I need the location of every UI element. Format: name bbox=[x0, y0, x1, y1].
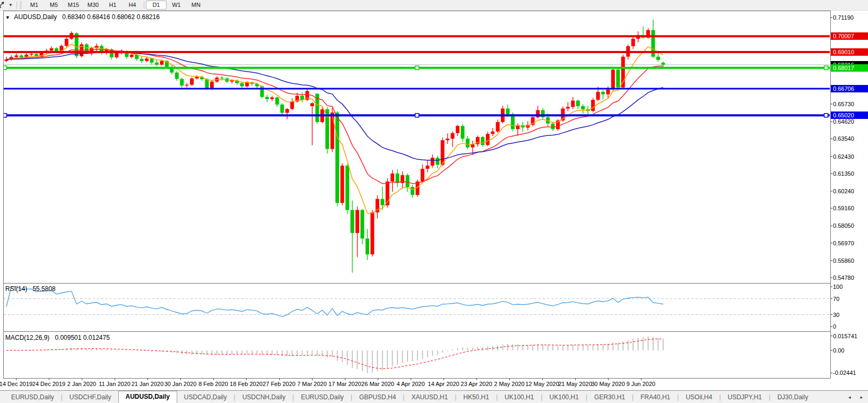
chart-tab-uk100-h1[interactable]: UK100,H1 bbox=[498, 391, 541, 403]
candles-series bbox=[5, 19, 665, 272]
candle bbox=[581, 104, 585, 114]
candle bbox=[551, 122, 555, 131]
tab-scroll-arrows: ◂ ▸ bbox=[848, 391, 863, 403]
rsi-line bbox=[6, 287, 663, 316]
line-drag-handle[interactable] bbox=[824, 114, 828, 117]
candle bbox=[275, 97, 279, 107]
chart-tab-gbpusd-h4[interactable]: GBPUSD,H4 bbox=[352, 391, 403, 403]
date-axis-label: 2 May 2020 bbox=[494, 381, 524, 387]
candle bbox=[521, 122, 525, 132]
candle bbox=[280, 104, 284, 115]
line-drag-handle[interactable] bbox=[415, 66, 419, 70]
candle bbox=[335, 112, 339, 207]
chart-tab-xauusd-h1[interactable]: XAUUSD,H1 bbox=[404, 391, 455, 403]
candle bbox=[265, 95, 269, 102]
chart-tab-eurusd-daily[interactable]: EURUSD,Daily bbox=[294, 391, 351, 403]
date-axis-label: 11 Jan 2020 bbox=[99, 381, 131, 387]
candle bbox=[631, 37, 635, 49]
candle bbox=[285, 108, 289, 119]
price-tick-label: 0.61350 bbox=[833, 170, 854, 177]
candle bbox=[170, 65, 173, 74]
ma-fast-line bbox=[6, 44, 663, 213]
candle bbox=[360, 209, 364, 244]
date-axis-label: 9 Jun 2020 bbox=[627, 381, 655, 387]
macd-histogram bbox=[6, 337, 663, 373]
candle bbox=[411, 185, 414, 198]
rsi-current-value: 55.5808 bbox=[32, 285, 55, 293]
line-drag-handle[interactable] bbox=[415, 114, 419, 117]
tab-scroll-right-icon[interactable]: ▸ bbox=[860, 395, 863, 400]
candle bbox=[185, 83, 189, 88]
candle bbox=[491, 128, 494, 136]
candle bbox=[601, 90, 605, 100]
candle bbox=[476, 135, 480, 147]
rsi-tick-label: 30 bbox=[833, 312, 839, 318]
chart-tab-usdcnh-daily[interactable]: USDCNH,Daily bbox=[236, 391, 292, 403]
symbol-period-label: AUDUSD,Daily bbox=[14, 13, 57, 21]
chart-title: ▼ AUDUSD,Daily 0.68340 0.68416 0.68062 0… bbox=[5, 13, 160, 21]
ohlc-values: 0.68340 0.68416 0.68062 0.68216 bbox=[62, 13, 160, 21]
candle bbox=[566, 102, 570, 112]
chart-tab-ger30-h1[interactable]: GER30,H1 bbox=[587, 391, 632, 403]
chart-menu-icon[interactable]: ▼ bbox=[5, 15, 10, 20]
axis-tick-marks bbox=[16, 18, 833, 380]
chart-tab-usoil-h4[interactable]: USOil,H4 bbox=[679, 391, 719, 403]
price-tick-label: 0.56970 bbox=[833, 240, 854, 246]
candle bbox=[611, 68, 615, 91]
candle bbox=[390, 170, 394, 192]
mt4-window: ▼ M1M5M15M30H1H4D1W1MN ▼ AUDUSD,Daily 0.… bbox=[0, 0, 868, 403]
chart-tab-usdcad-daily[interactable]: USDCAD,Daily bbox=[177, 391, 234, 403]
candle bbox=[421, 165, 424, 183]
candle bbox=[140, 57, 144, 63]
date-axis-label: 17 Mar 2020 bbox=[328, 381, 361, 387]
candle bbox=[656, 53, 660, 62]
candle bbox=[456, 125, 459, 136]
chart-tab-eurusd-daily[interactable]: EURUSD,Daily bbox=[4, 391, 61, 403]
candle bbox=[270, 96, 274, 101]
hline-price-badge: 0.66706 bbox=[831, 85, 868, 92]
candle bbox=[481, 136, 484, 147]
chart-tab-usdjpy-h1[interactable]: USDJPY,H1 bbox=[721, 391, 769, 403]
candle bbox=[616, 68, 620, 90]
chart-tab-fra40-h1[interactable]: FRA40,H1 bbox=[633, 391, 677, 403]
candle bbox=[355, 207, 359, 258]
hline-price-badge: 0.69010 bbox=[831, 48, 868, 56]
price-tick-label: 0.64620 bbox=[833, 118, 854, 125]
candle bbox=[426, 160, 429, 173]
price-tick-label: 0.55860 bbox=[833, 258, 854, 264]
tab-scroll-left-icon[interactable]: ◂ bbox=[848, 395, 851, 400]
candle bbox=[431, 155, 435, 168]
chart-tab-audusd-daily[interactable]: AUDUSD,Daily bbox=[118, 391, 177, 403]
candle bbox=[190, 78, 194, 86]
date-axis-label: 24 Dec 2019 bbox=[32, 381, 65, 387]
date-axis-label: 23 Apr 2020 bbox=[461, 381, 492, 387]
date-axis-label: 30 May 2020 bbox=[591, 381, 625, 387]
line-drag-handle[interactable] bbox=[824, 66, 828, 70]
candle bbox=[486, 132, 490, 146]
rsi-tick-label: 0 bbox=[833, 323, 836, 330]
candle bbox=[496, 119, 500, 133]
candle bbox=[376, 195, 379, 219]
candle bbox=[110, 48, 114, 59]
hline-price-badge: 0.70007 bbox=[831, 32, 868, 40]
chart-canvas[interactable] bbox=[0, 0, 868, 403]
chart-tab-dj30-daily[interactable]: DJ30,Daily bbox=[770, 391, 815, 403]
price-tick-label: 0.58050 bbox=[833, 222, 854, 229]
date-axis-label: 12 May 2020 bbox=[525, 381, 559, 387]
candle bbox=[155, 60, 159, 66]
price-tick-label: 0.71190 bbox=[833, 14, 854, 21]
date-axis-label: 4 Apr 2020 bbox=[396, 381, 424, 387]
chart-tab-hk50-h1[interactable]: HK50,H1 bbox=[456, 391, 496, 403]
candle bbox=[351, 201, 354, 273]
macd-tick-label: 0.00 bbox=[833, 347, 844, 354]
candle bbox=[345, 164, 349, 214]
date-axis-label: 18 Feb 2020 bbox=[230, 381, 263, 387]
candle bbox=[571, 97, 575, 109]
date-axis-label: 14 Dec 2019 bbox=[0, 381, 32, 387]
candle bbox=[145, 57, 149, 62]
candle bbox=[65, 37, 68, 47]
chart-tab-uk100-h1[interactable]: UK100,H1 bbox=[543, 391, 586, 403]
hline-price-badge: 0.68017 bbox=[831, 64, 868, 72]
candle bbox=[175, 71, 179, 81]
chart-tab-usdchf-daily[interactable]: USDCHF,Daily bbox=[63, 391, 118, 403]
